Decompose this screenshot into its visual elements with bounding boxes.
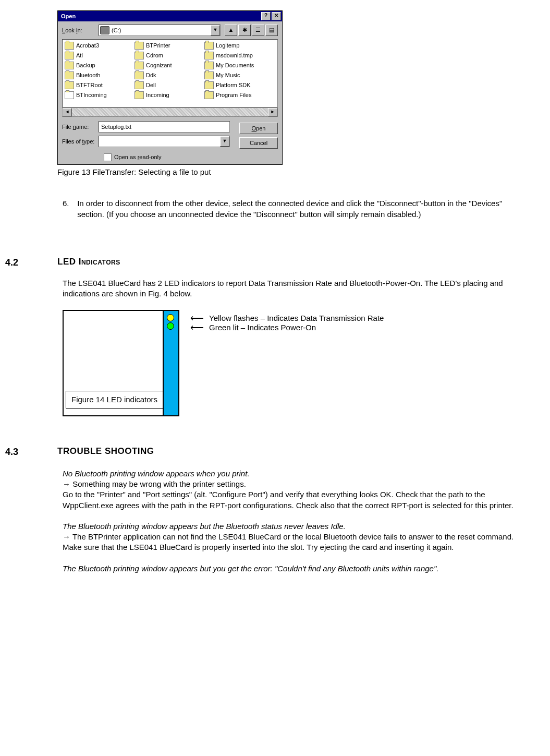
- help-button[interactable]: ?: [261, 12, 271, 20]
- trouble-item-1: No Bluetooth printing window appears whe…: [63, 469, 529, 511]
- trouble-2-title: The Bluetooth printing window appears bu…: [63, 521, 529, 532]
- step-number: 6.: [63, 198, 75, 209]
- folder-icon: [204, 91, 214, 99]
- list-item: Platform SDK: [203, 80, 273, 90]
- trouble-1-title: No Bluetooth printing window appears whe…: [63, 469, 529, 479]
- filetype-combo[interactable]: ▼: [99, 136, 230, 147]
- folder-icon: [204, 81, 214, 89]
- folder-icon: [204, 42, 214, 50]
- horizontal-scrollbar[interactable]: ◄ ►: [62, 107, 278, 117]
- section-title-led: LED Indicators: [57, 256, 120, 269]
- folder-icon: [65, 52, 74, 59]
- open-button[interactable]: Open: [239, 123, 278, 134]
- list-item: Cdrom: [133, 51, 203, 61]
- notepad-icon: [65, 91, 74, 99]
- list-item: BTFTRoot: [64, 80, 133, 90]
- folder-icon: [204, 71, 214, 79]
- list-item: BTPrinter: [133, 41, 203, 51]
- list-item: My Documents: [203, 61, 273, 70]
- arrow-left-icon: ⟵: [190, 321, 204, 334]
- section-4-2-para: The LSE041 BlueCard has 2 LED indicators…: [63, 278, 529, 299]
- dialog-title: Open: [61, 13, 76, 20]
- dialog-toolbar: ▲ ✱ ☰ ▤: [224, 25, 278, 36]
- step-6: 6. In order to disconnect from the other…: [63, 198, 529, 220]
- list-item: Bluetooth: [64, 70, 133, 80]
- section-title-troubleshooting: TROUBLE SHOOTING: [57, 446, 154, 458]
- step-text: In order to disconnect from the other de…: [77, 198, 525, 220]
- folder-icon: [65, 62, 74, 69]
- list-item: Acrobat3: [64, 41, 133, 51]
- titlebar: Open ? ✕: [58, 11, 282, 21]
- list-item: Dell: [133, 80, 203, 90]
- filetype-label: Files of type:: [62, 138, 99, 146]
- trouble-1-arrow: → Something may be wrong with the printe…: [63, 479, 529, 489]
- lookin-value: (C:): [112, 27, 121, 34]
- figure-14: ⟵Yellow flashes – Indicates Data Transmi…: [63, 310, 529, 435]
- list-item: Backup: [64, 61, 133, 70]
- filename-label: File name:: [62, 123, 99, 131]
- list-item: Program Files: [203, 90, 273, 100]
- trouble-item-2: The Bluetooth printing window appears bu…: [63, 521, 529, 553]
- folder-icon: [65, 81, 74, 89]
- folder-icon: [204, 52, 214, 59]
- scroll-left-icon[interactable]: ◄: [63, 108, 72, 116]
- trouble-1-body: Go to the "Printer" and "Port settings" …: [63, 489, 529, 511]
- folder-icon: [135, 91, 144, 99]
- list-item: BTIncoming: [64, 90, 133, 100]
- folder-icon: [204, 62, 214, 69]
- section-number-4-2: 4.2: [5, 256, 57, 269]
- list-item: Logitemp: [203, 41, 273, 51]
- trouble-3-title: The Bluetooth printing window appears bu…: [63, 563, 529, 574]
- list-item: Cognizant: [133, 61, 203, 70]
- trouble-2-arrow: → The BTPrinter application can not find…: [63, 532, 529, 542]
- folder-icon: [65, 42, 74, 50]
- cancel-button[interactable]: Cancel: [239, 137, 278, 149]
- figure-14-caption: Figure 14 LED indicators: [66, 391, 163, 409]
- trouble-item-3: The Bluetooth printing window appears bu…: [63, 563, 529, 574]
- file-list[interactable]: Acrobat3 Ati Backup Bluetooth BTFTRoot B…: [62, 39, 278, 107]
- filename-input[interactable]: Setuplog.txt: [99, 121, 230, 133]
- readonly-label: Open as read-only: [114, 153, 162, 161]
- lookin-combo[interactable]: (C:) ▼: [99, 25, 221, 36]
- list-view-icon[interactable]: ☰: [252, 25, 264, 36]
- details-view-icon[interactable]: ▤: [265, 25, 278, 36]
- folder-icon: [135, 71, 144, 79]
- list-item: Ddk: [133, 70, 203, 80]
- list-item: msdownld.tmp: [203, 51, 273, 61]
- up-one-level-icon[interactable]: ▲: [225, 25, 237, 36]
- list-item: Ati: [64, 51, 133, 61]
- readonly-checkbox[interactable]: [104, 153, 112, 161]
- trouble-2-body: Make sure that the LSE041 BlueCard is pr…: [63, 542, 529, 553]
- folder-icon: [135, 42, 144, 50]
- bluecard-edge: [163, 311, 178, 415]
- drive-icon: [100, 26, 109, 34]
- list-item: Incoming: [133, 90, 203, 100]
- green-led-icon: [167, 322, 174, 330]
- folder-icon: [65, 71, 74, 79]
- list-item: My Music: [203, 70, 273, 80]
- folder-icon: [135, 81, 144, 89]
- green-led-label: ⟵Green lit – Indicates Power-On: [190, 321, 316, 334]
- figure-13-caption: Figure 13 FileTransfer: Selecting a file…: [57, 167, 529, 177]
- new-folder-icon[interactable]: ✱: [238, 25, 251, 36]
- folder-icon: [135, 52, 144, 59]
- scroll-track[interactable]: [72, 108, 268, 116]
- chevron-down-icon[interactable]: ▼: [211, 25, 220, 35]
- folder-icon: [135, 62, 144, 69]
- open-dialog: Open ? ✕ Look in: (C:) ▼ ▲ ✱ ☰ ▤ Acrobat…: [57, 10, 283, 165]
- yellow-led-icon: [167, 314, 174, 321]
- close-button[interactable]: ✕: [272, 12, 281, 20]
- lookin-label: Look in:: [62, 27, 99, 34]
- scroll-right-icon[interactable]: ►: [268, 108, 277, 116]
- section-number-4-3: 4.3: [5, 446, 57, 458]
- chevron-down-icon[interactable]: ▼: [220, 136, 229, 147]
